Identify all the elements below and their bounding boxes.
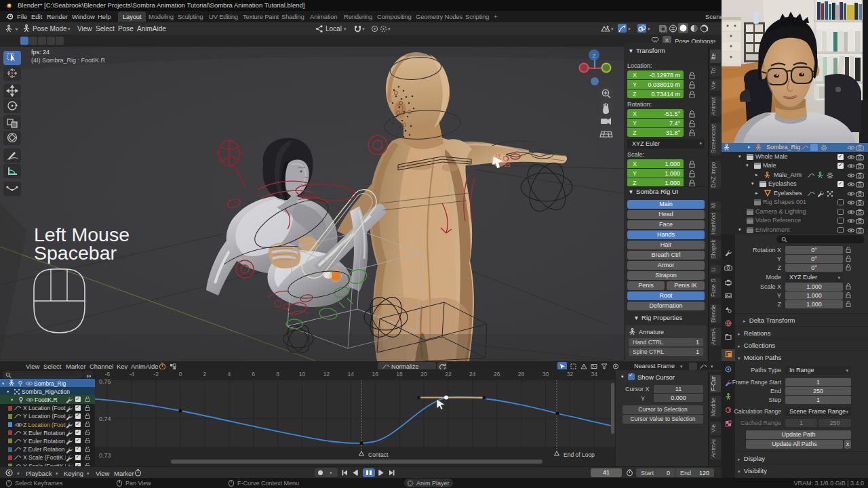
svg-text:-6: -6 xyxy=(105,371,111,378)
svg-text:8: 8 xyxy=(276,371,279,378)
svg-text:-4: -4 xyxy=(129,371,134,378)
svg-text:-2: -2 xyxy=(153,371,159,378)
svg-text:10: 10 xyxy=(299,371,306,378)
svg-text:0.74: 0.74 xyxy=(99,415,111,422)
svg-text:18: 18 xyxy=(396,371,403,378)
svg-text:22: 22 xyxy=(445,371,452,378)
svg-text:14: 14 xyxy=(348,371,355,378)
svg-text:24: 24 xyxy=(469,371,476,378)
svg-text:Contact: Contact xyxy=(368,451,389,458)
svg-text:6: 6 xyxy=(252,371,255,378)
svg-text:26: 26 xyxy=(494,371,500,378)
svg-text:20: 20 xyxy=(420,371,427,378)
svg-text:30: 30 xyxy=(542,371,549,378)
svg-text:End of Loop: End of Loop xyxy=(564,451,595,458)
svg-text:4: 4 xyxy=(227,371,231,378)
svg-text:16: 16 xyxy=(372,371,378,378)
svg-text:34: 34 xyxy=(591,371,598,378)
svg-text:32: 32 xyxy=(567,371,574,378)
svg-text:12: 12 xyxy=(323,371,330,378)
svg-text:2: 2 xyxy=(203,371,207,378)
svg-text:15: 15 xyxy=(504,161,511,168)
svg-text:0.75: 0.75 xyxy=(99,378,111,385)
svg-text:73: 73 xyxy=(495,153,500,158)
svg-text:28: 28 xyxy=(518,371,525,378)
svg-text:0: 0 xyxy=(179,371,182,378)
svg-text:0.73: 0.73 xyxy=(99,452,111,459)
